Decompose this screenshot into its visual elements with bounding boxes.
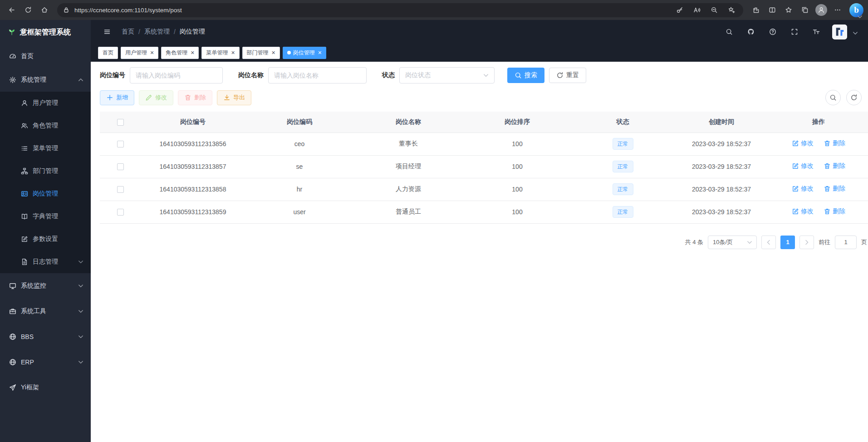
row-delete-link[interactable]: 删除 <box>824 139 845 147</box>
sidebar-item-log-management[interactable]: 日志管理 <box>0 250 91 273</box>
sidebar-item-system-monitor[interactable]: 系统监控 <box>0 273 91 299</box>
sidebar-toggle-button[interactable] <box>100 25 114 39</box>
show-search-toggle-button[interactable] <box>825 90 841 105</box>
sidebar-item-dict-management[interactable]: 字典管理 <box>0 205 91 228</box>
tab-dept-management[interactable]: 部门管理 <box>242 47 280 59</box>
breadcrumb-item-home[interactable]: 首页 <box>122 28 134 36</box>
user-avatar[interactable] <box>832 25 847 39</box>
row-edit-link[interactable]: 修改 <box>792 185 814 193</box>
tab-post-management[interactable]: 岗位管理 <box>283 47 326 59</box>
read-aloud-button[interactable] <box>691 4 703 16</box>
row-checkbox[interactable] <box>117 186 124 193</box>
export-button[interactable]: 导出 <box>217 90 251 105</box>
edit-button[interactable]: 修改 <box>139 90 173 105</box>
favorites-button[interactable] <box>781 3 796 17</box>
sidebar-item-system-tools[interactable]: 系统工具 <box>0 299 91 324</box>
pencil-icon <box>145 94 152 101</box>
tab-role-management[interactable]: 角色管理 <box>161 47 199 59</box>
split-screen-button[interactable] <box>765 3 780 17</box>
delete-button[interactable]: 删除 <box>178 90 212 105</box>
tab-home[interactable]: 首页 <box>98 47 118 59</box>
header-search-button[interactable] <box>723 26 735 38</box>
table-row[interactable]: 1641030593112313857 se 项目经理 100 正常 2023-… <box>100 155 868 178</box>
collections-button[interactable] <box>798 3 812 17</box>
close-icon[interactable] <box>272 49 275 56</box>
reset-button[interactable]: 重置 <box>549 68 586 83</box>
close-icon[interactable] <box>191 49 194 56</box>
page-1-button[interactable]: 1 <box>780 236 795 249</box>
row-delete-link[interactable]: 删除 <box>824 207 845 216</box>
row-delete-link[interactable]: 删除 <box>824 185 845 193</box>
add-favorite-button[interactable] <box>725 4 738 16</box>
star-icon <box>785 6 792 14</box>
goto-page-input[interactable] <box>835 236 857 249</box>
table-row[interactable]: 1641030593112313856 ceo 董事长 100 正常 2023-… <box>100 133 868 155</box>
github-button[interactable] <box>745 26 757 38</box>
navbar-actions <box>723 25 859 39</box>
tab-label: 部门管理 <box>247 49 269 57</box>
close-icon[interactable] <box>150 49 154 56</box>
sidebar-item-dept-management[interactable]: 部门管理 <box>0 160 91 182</box>
select-all-checkbox[interactable] <box>117 119 124 126</box>
table-row[interactable]: 1641030593112313858 hr 人力资源 100 正常 2023-… <box>100 178 868 201</box>
tags-view-bar: 首页 用户管理 角色管理 菜单管理 部门管理 岗位管理 <box>91 44 868 62</box>
breadcrumb-item-system[interactable]: 系统管理 <box>144 28 170 36</box>
sidebar-item-menu-management[interactable]: 菜单管理 <box>0 137 91 160</box>
plus-icon <box>106 94 113 101</box>
sidebar-item-param-settings[interactable]: 参数设置 <box>0 228 91 250</box>
tab-label: 首页 <box>103 49 113 57</box>
post-name-input[interactable] <box>268 67 367 83</box>
sidebar-item-post-management[interactable]: 岗位管理 <box>0 182 91 205</box>
tab-user-management[interactable]: 用户管理 <box>121 47 158 59</box>
status-badge: 正常 <box>613 138 633 150</box>
sidebar-item-system-management[interactable]: 系统管理 <box>0 68 91 92</box>
sidebar-item-home[interactable]: 首页 <box>0 44 91 68</box>
row-checkbox[interactable] <box>117 163 124 170</box>
close-icon[interactable] <box>231 49 235 56</box>
refresh-table-button[interactable] <box>846 90 862 105</box>
add-button[interactable]: 新增 <box>100 90 134 105</box>
sidebar-item-label: 岗位管理 <box>33 190 58 198</box>
next-page-button[interactable] <box>799 236 814 249</box>
chevron-down-icon <box>482 72 490 79</box>
page-size-select[interactable]: 10条/页 <box>708 236 757 249</box>
sidebar-item-yi-framework[interactable]: Yi框架 <box>0 375 91 400</box>
post-name-field-group: 岗位名称 <box>238 67 367 83</box>
avatar-caret-icon[interactable] <box>852 29 859 37</box>
table-row[interactable]: 1641030593112313859 user 普通员工 100 正常 202… <box>100 201 868 223</box>
browser-home-button[interactable] <box>37 3 52 17</box>
zoom-button[interactable] <box>708 4 721 16</box>
row-edit-link[interactable]: 修改 <box>792 162 814 170</box>
sidebar-item-role-management[interactable]: 角色管理 <box>0 114 91 137</box>
column-header-status: 状态 <box>572 112 674 133</box>
status-select[interactable]: 岗位状态 <box>399 67 495 83</box>
chevron-down-icon <box>77 258 84 265</box>
sidebar-item-erp[interactable]: ERP <box>0 349 91 375</box>
browser-menu-button[interactable] <box>830 3 845 17</box>
close-icon[interactable] <box>318 49 322 56</box>
row-delete-link[interactable]: 删除 <box>824 162 845 170</box>
extensions-button[interactable] <box>749 3 763 17</box>
row-edit-link[interactable]: 修改 <box>792 207 814 216</box>
help-button[interactable] <box>767 26 779 38</box>
browser-refresh-button[interactable] <box>21 3 35 17</box>
fullscreen-button[interactable] <box>789 26 800 38</box>
prev-page-button[interactable] <box>761 236 776 249</box>
tab-menu-management[interactable]: 菜单管理 <box>201 47 239 59</box>
breadcrumb-separator <box>138 28 140 35</box>
browser-back-button[interactable] <box>5 3 19 17</box>
cell-post-name: 项目经理 <box>354 155 463 178</box>
row-edit-link[interactable]: 修改 <box>792 139 814 147</box>
address-bar[interactable]: https://ccnetcore.com:1101/system/post <box>57 3 743 17</box>
sidebar-item-user-management[interactable]: 用户管理 <box>0 92 91 114</box>
bing-caret-icon[interactable] <box>856 13 863 20</box>
row-checkbox[interactable] <box>117 209 124 216</box>
row-checkbox[interactable] <box>117 141 124 147</box>
browser-profile-button[interactable] <box>814 3 829 17</box>
font-size-button[interactable] <box>810 26 822 38</box>
post-code-input[interactable] <box>130 67 223 83</box>
search-button[interactable]: 搜索 <box>507 68 544 83</box>
split-screen-icon <box>769 6 776 14</box>
password-key-button[interactable] <box>673 4 686 16</box>
sidebar-item-bbs[interactable]: BBS <box>0 324 91 349</box>
